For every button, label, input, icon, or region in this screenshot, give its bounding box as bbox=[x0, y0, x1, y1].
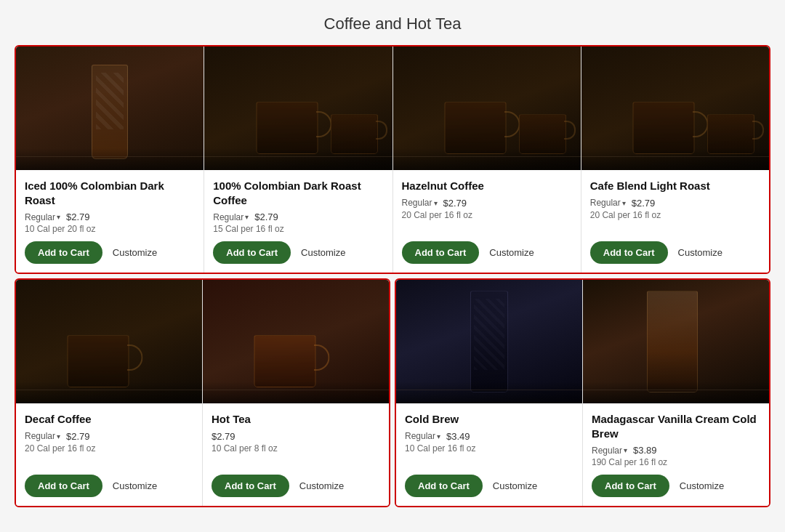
calories-label: 20 Cal per 16 fl oz bbox=[402, 210, 572, 220]
customize-button[interactable]: Customize bbox=[113, 247, 157, 258]
calories-label: 10 Cal per 16 fl oz bbox=[405, 443, 573, 454]
card-image-hot-tea bbox=[203, 280, 389, 403]
price-row: Regular ▾ $2.79 bbox=[25, 211, 195, 222]
card-body-cold-brew: Cold Brew Regular ▾ $3.49 10 Cal per 16 … bbox=[396, 403, 582, 506]
size-selector[interactable]: Regular ▾ bbox=[405, 431, 440, 441]
price-value: $2.79 bbox=[632, 198, 656, 209]
add-to-cart-button[interactable]: Add to Cart bbox=[25, 241, 102, 264]
card-body-decaf: Decaf Coffee Regular ▾ $2.79 20 Cal per … bbox=[16, 403, 202, 506]
calories-label: 20 Cal per 16 fl oz bbox=[590, 210, 760, 220]
drink-visual bbox=[256, 102, 318, 154]
surface bbox=[16, 156, 204, 157]
shadow bbox=[393, 148, 581, 170]
drink-visual bbox=[647, 291, 698, 392]
card-image-madagascar bbox=[583, 280, 769, 403]
add-to-cart-button[interactable]: Add to Cart bbox=[213, 241, 291, 264]
drink-visual bbox=[633, 102, 695, 154]
card-actions: Add to Cart Customize bbox=[25, 475, 193, 497]
card-name-madagascar: Madagascar Vanilla Cream Cold Brew bbox=[592, 412, 760, 440]
price-row: $2.79 bbox=[212, 431, 380, 442]
price-row: Regular ▾ $3.49 bbox=[405, 431, 573, 442]
customize-button[interactable]: Customize bbox=[301, 247, 345, 258]
customize-button[interactable]: Customize bbox=[493, 480, 537, 491]
add-to-cart-button[interactable]: Add to Cart bbox=[212, 475, 289, 497]
card-image-decaf bbox=[16, 280, 202, 403]
surface bbox=[393, 156, 581, 157]
shadow bbox=[581, 148, 769, 170]
shadow bbox=[203, 382, 389, 403]
card-actions: Add to Cart Customize bbox=[402, 241, 572, 264]
add-to-cart-button[interactable]: Add to Cart bbox=[590, 241, 668, 264]
drink-visual bbox=[92, 65, 128, 159]
size-selector[interactable]: Regular ▾ bbox=[592, 446, 627, 456]
shadow bbox=[396, 382, 582, 403]
card-iced-colombian: Iced 100% Colombian Dark Roast Regular ▾… bbox=[16, 47, 204, 273]
card-body-madagascar: Madagascar Vanilla Cream Cold Brew Regul… bbox=[583, 403, 769, 506]
card-image-cold-brew bbox=[396, 280, 582, 403]
price-value: $2.79 bbox=[212, 431, 236, 442]
card-actions: Add to Cart Customize bbox=[592, 475, 760, 497]
card-name-colombian-dark: 100% Colombian Dark Roast Coffee bbox=[213, 179, 383, 207]
shadow bbox=[16, 148, 204, 170]
page-title: Coffee and Hot Tea bbox=[15, 15, 770, 33]
dropdown-arrow-icon: ▾ bbox=[434, 199, 438, 207]
card-name-hazelnut: Hazelnut Coffee bbox=[402, 179, 572, 193]
card-name-decaf: Decaf Coffee bbox=[25, 412, 193, 427]
card-body-iced-colombian: Iced 100% Colombian Dark Roast Regular ▾… bbox=[16, 170, 204, 273]
card-decaf-coffee: Decaf Coffee Regular ▾ $2.79 20 Cal per … bbox=[16, 280, 203, 506]
card-body-colombian-dark: 100% Colombian Dark Roast Coffee Regular… bbox=[204, 170, 392, 273]
add-to-cart-button[interactable]: Add to Cart bbox=[402, 241, 480, 264]
card-body-hot-tea: Hot Tea $2.79 10 Cal per 8 fl oz Add to … bbox=[203, 403, 389, 506]
card-actions: Add to Cart Customize bbox=[212, 475, 380, 497]
card-colombian-dark: 100% Colombian Dark Roast Coffee Regular… bbox=[204, 47, 392, 273]
price-value: $3.89 bbox=[633, 445, 657, 456]
card-name-hot-tea: Hot Tea bbox=[212, 412, 380, 427]
dropdown-arrow-icon: ▾ bbox=[245, 213, 249, 221]
price-value: $2.79 bbox=[443, 198, 467, 209]
card-hot-tea: Hot Tea $2.79 10 Cal per 8 fl oz Add to … bbox=[203, 280, 389, 506]
calories-label: 20 Cal per 16 fl oz bbox=[25, 443, 193, 454]
price-value: $2.79 bbox=[254, 211, 278, 222]
card-actions: Add to Cart Customize bbox=[590, 241, 760, 264]
card-name-iced-colombian: Iced 100% Colombian Dark Roast bbox=[25, 179, 195, 207]
size-selector[interactable]: Regular ▾ bbox=[590, 198, 626, 208]
card-actions: Add to Cart Customize bbox=[405, 475, 573, 497]
customize-button[interactable]: Customize bbox=[489, 247, 534, 258]
drink-visual bbox=[254, 335, 315, 387]
customize-button[interactable]: Customize bbox=[678, 247, 722, 258]
products-layout: Iced 100% Colombian Dark Roast Regular ▾… bbox=[15, 45, 770, 507]
row2: Decaf Coffee Regular ▾ $2.79 20 Cal per … bbox=[15, 278, 770, 507]
dropdown-arrow-icon: ▾ bbox=[57, 213, 60, 221]
card-madagascar: Madagascar Vanilla Cream Cold Brew Regul… bbox=[583, 280, 769, 506]
size-selector[interactable]: Regular ▾ bbox=[25, 431, 60, 441]
surface bbox=[203, 390, 389, 390]
calories-label: 10 Cal per 8 fl oz bbox=[212, 443, 380, 454]
card-cold-brew: Cold Brew Regular ▾ $3.49 10 Cal per 16 … bbox=[396, 280, 583, 506]
add-to-cart-button[interactable]: Add to Cart bbox=[405, 475, 483, 497]
customize-button[interactable]: Customize bbox=[680, 480, 724, 491]
calories-label: 190 Cal per 16 fl oz bbox=[592, 457, 760, 467]
price-value: $3.49 bbox=[446, 431, 470, 442]
card-body-cafe-blend: Cafe Blend Light Roast Regular ▾ $2.79 2… bbox=[581, 170, 769, 273]
add-to-cart-button[interactable]: Add to Cart bbox=[25, 475, 102, 497]
add-to-cart-button[interactable]: Add to Cart bbox=[592, 475, 669, 497]
card-image-cafe-blend bbox=[581, 47, 769, 170]
size-selector[interactable]: Regular ▾ bbox=[402, 198, 438, 208]
price-row: Regular ▾ $2.79 bbox=[402, 198, 572, 209]
size-selector[interactable]: Regular ▾ bbox=[213, 212, 249, 222]
surface bbox=[396, 390, 582, 390]
card-name-cafe-blend: Cafe Blend Light Roast bbox=[590, 179, 760, 193]
size-selector[interactable]: Regular ▾ bbox=[25, 212, 60, 222]
card-body-hazelnut: Hazelnut Coffee Regular ▾ $2.79 20 Cal p… bbox=[393, 170, 581, 273]
card-image-hazelnut bbox=[393, 47, 581, 170]
price-row: Regular ▾ $3.89 bbox=[592, 445, 760, 456]
group-row1: Iced 100% Colombian Dark Roast Regular ▾… bbox=[15, 45, 770, 274]
price-row: Regular ▾ $2.79 bbox=[590, 198, 760, 209]
card-hazelnut-coffee: Hazelnut Coffee Regular ▾ $2.79 20 Cal p… bbox=[393, 47, 581, 273]
shadow bbox=[16, 382, 202, 403]
customize-button[interactable]: Customize bbox=[299, 480, 344, 491]
dropdown-arrow-icon: ▾ bbox=[622, 199, 626, 207]
shadow bbox=[204, 148, 392, 170]
customize-button[interactable]: Customize bbox=[113, 480, 157, 491]
dropdown-arrow-icon: ▾ bbox=[57, 432, 60, 440]
